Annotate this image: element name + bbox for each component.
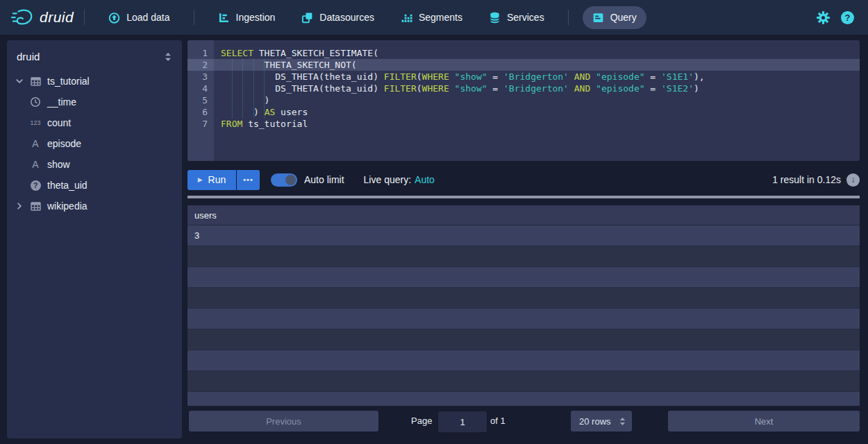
chevron-right-icon[interactable] [15,202,29,210]
previous-page-button[interactable]: Previous [189,411,378,432]
empty-row [187,309,860,330]
table-icon [29,202,42,211]
code-line-4[interactable]: 4 DS_THETA(theta_uid) FILTER(WHERE "show… [187,83,860,94]
code-text: DS_THETA(theta_uid) FILTER(WHERE "show" … [214,83,860,94]
live-query-label: Live query:Auto [364,174,435,185]
code-text: DS_THETA(theta_uid) FILTER(WHERE "show" … [214,71,860,83]
double-caret-vertical-icon [619,417,626,426]
toggle-knob [285,175,296,185]
empty-row [187,371,860,392]
line-number: 2 [187,59,214,71]
results-body: 3 [187,225,860,406]
help-icon[interactable]: ? [841,11,854,24]
empty-row [187,350,860,371]
line-number: 3 [187,71,214,83]
results-column-header[interactable]: users [187,205,860,225]
download-icon[interactable]: ↓ [846,173,860,187]
code-text: ) AS users [214,106,860,118]
nav-divider [194,10,194,25]
code-line-6[interactable]: 6 ) AS users [187,106,860,118]
nav-item-load-data[interactable]: Load data [99,6,179,29]
empty-row [187,246,860,267]
nav-item-label: Segments [419,12,462,23]
druid-logo[interactable]: druid [10,7,74,28]
code-text: FROM ts_tutorial [214,118,860,130]
nav-item-services[interactable]: Services [479,6,554,29]
tree-item-theta_uid[interactable]: ?theta_uid [7,175,182,196]
tree-item-label: wikipedia [47,200,87,212]
page-count-label: of 1 [490,411,506,432]
tree-item-show[interactable]: Ashow [7,154,182,175]
cloud-upload-icon [108,12,120,24]
nav-divider [84,10,85,25]
rows-per-page-value: 20 rows [579,416,611,427]
tree-item-__time[interactable]: __time [7,92,182,112]
resize-handle[interactable] [187,196,860,198]
nav-item-segments[interactable]: Segments [391,6,472,29]
empty-row [187,330,860,350]
auto-limit-label: Auto limit [304,174,344,185]
rows-per-page-select[interactable]: 20 rows [571,411,632,432]
datasources-icon [301,12,313,24]
empty-row [187,267,860,288]
results-table: users 3 [187,205,860,406]
table-icon [29,77,42,86]
query-icon [592,12,604,24]
tree-item-label: __time [47,96,76,108]
line-number: 5 [187,94,214,106]
clock-icon [29,96,42,108]
ingestion-icon [218,12,230,24]
result-status-text: 1 result in 0.12s [772,174,841,185]
tree-item-wikipedia[interactable]: wikipedia [7,196,182,216]
run-bar: ▶ Run ••• Auto limit Live query:Auto 1 r… [187,169,860,190]
pagination-bar: Previous Page of 1 20 rows Next [187,411,860,432]
navbar: druid Load dataIngestionDatasourcesSegme… [0,0,868,35]
code-line-2[interactable]: 2 THETA_SKETCH_NOT( [187,59,860,71]
next-page-button[interactable]: Next [668,411,860,432]
gear-icon[interactable] [817,11,830,24]
segments-icon [401,12,412,24]
code-text: THETA_SKETCH_NOT( [214,59,860,71]
nav-item-label: Query [610,12,637,23]
line-number: 4 [187,83,214,94]
auto-limit-toggle[interactable] [271,173,297,187]
tree-item-label: ts_tutorial [47,76,90,87]
code-text: ) [214,94,860,106]
code-line-3[interactable]: 3 DS_THETA(theta_uid) FILTER(WHERE "show… [187,71,860,83]
schema-sidebar: druid ts_tutorial__time123countAepisodeA… [7,40,182,438]
code-line-1[interactable]: 1SELECT THETA_SKETCH_ESTIMATE( [187,47,860,59]
empty-row [187,392,860,406]
tree-item-ts_tutorial[interactable]: ts_tutorial [7,71,182,92]
page-number-input[interactable] [437,411,487,433]
code-lines: 1SELECT THETA_SKETCH_ESTIMATE(2 THETA_SK… [187,40,860,130]
nav-item-label: Ingestion [236,12,276,23]
line-number: 1 [187,47,214,59]
nav-items: Load dataIngestionDatasourcesSegmentsSer… [74,0,650,35]
nav-item-ingestion[interactable]: Ingestion [208,6,285,29]
nav-item-query[interactable]: Query [583,6,646,29]
run-more-button[interactable]: ••• [237,170,260,190]
tree-item-label: episode [47,138,81,149]
nav-item-label: Datasources [319,12,374,23]
live-query-value-link[interactable]: Auto [415,174,435,185]
schema-selector[interactable]: druid [7,40,182,71]
run-button[interactable]: ▶ Run [187,170,236,190]
services-icon [489,12,501,24]
code-text: SELECT THETA_SKETCH_ESTIMATE( [214,47,860,59]
chevron-down-icon[interactable] [15,77,29,85]
line-number: 7 [187,118,214,130]
page-label: Page [411,411,432,432]
nav-item-label: Services [507,12,544,23]
tree-item-count[interactable]: 123count [7,112,182,133]
tree-item-episode[interactable]: Aepisode [7,133,182,154]
sql-editor[interactable]: 1SELECT THETA_SKETCH_ESTIMATE(2 THETA_SK… [187,40,860,161]
druid-logo-icon [10,7,35,28]
tree-item-label: count [47,117,71,128]
nav-item-datasources[interactable]: Datasources [292,6,384,29]
code-line-7[interactable]: 7FROM ts_tutorial [187,118,860,130]
schema-tree: ts_tutorial__time123countAepisodeAshow?t… [7,71,182,216]
code-line-5[interactable]: 5 ) [187,94,860,106]
run-button-label: Run [208,174,226,185]
nav-divider [568,10,569,25]
result-row[interactable]: 3 [187,225,860,246]
